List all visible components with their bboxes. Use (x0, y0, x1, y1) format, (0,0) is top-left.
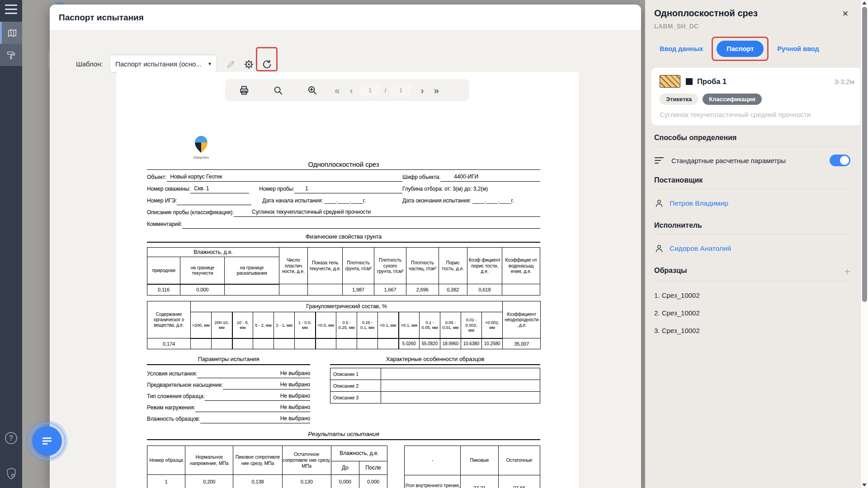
logo-caption: DeepGeo (188, 155, 215, 160)
executor-name-link[interactable]: Сидоров Анатолий (670, 244, 731, 253)
param-label: Влажность образцов: (147, 416, 200, 423)
column-header: Число пластич ности, д.е. (279, 248, 307, 284)
scrollbar-thumb[interactable] (862, 7, 867, 302)
well-label: Номер скважины: (147, 186, 190, 193)
cipher-label: Шифр объекта: (402, 174, 440, 182)
label-badge[interactable]: Этикетка (660, 94, 698, 105)
search-icon (273, 85, 283, 95)
page-input[interactable]: 1 (360, 84, 380, 97)
param-label: Тип сложения образца: (147, 393, 205, 401)
feature-value (381, 392, 540, 404)
pencil-icon (226, 60, 236, 69)
tab-manual-entry[interactable]: Ручной ввод (777, 45, 819, 52)
template-select[interactable]: Паспорт испытания (осно... ▾ (109, 55, 217, 73)
feature-value (381, 380, 540, 392)
methods-section: Способы определения Стандартные расчетны… (654, 134, 850, 166)
ige-value (177, 203, 251, 205)
sample-color-square (686, 78, 693, 85)
column-header: 200-10, мм (212, 312, 232, 338)
print-button[interactable] (239, 85, 250, 96)
chat-fab[interactable] (26, 420, 68, 462)
column-header: - (405, 446, 461, 475)
column-header: 2 - 1, мм (274, 312, 295, 338)
tab-passport[interactable]: Паспорт (717, 41, 764, 57)
cell: 27,21 (461, 475, 499, 488)
sample-list-item[interactable]: 1. Срез_10002 (654, 291, 850, 299)
document-page: « ‹ 1 / 1 › » DeepGeo Одноплоскостной ср… (116, 72, 579, 488)
sample-card[interactable]: Проба 1 3-3,2м Этикетка Классификация Су… (651, 68, 863, 125)
sample-depth: 3-3,2м (834, 78, 854, 85)
privacy-button[interactable] (0, 467, 22, 480)
methods-heading: Способы определения (654, 134, 850, 142)
add-sample-button[interactable]: + (844, 266, 850, 278)
sample-list-item[interactable]: 3. Срез_10002 (654, 327, 850, 334)
setter-name-link[interactable]: Петров Владимир (670, 199, 728, 207)
cell: 55.0820 (420, 338, 440, 349)
search-button[interactable] (273, 85, 283, 96)
cell: 1,987 (343, 284, 374, 296)
results-summary-table: - Пиковые Остаточные Угол внутреннего тр… (404, 446, 540, 488)
cell (316, 338, 336, 349)
document-title: Одноплоскостной срез (147, 160, 540, 168)
comment-value (182, 227, 540, 229)
cell (212, 338, 232, 349)
results-table: Номер образца Нормальное напряжение, МПа… (147, 446, 387, 488)
shield-icon (5, 467, 17, 480)
cell (295, 338, 316, 349)
scroll-down-arrow[interactable] (862, 483, 867, 487)
first-page-button[interactable]: « (335, 85, 340, 95)
scroll-up-arrow[interactable] (862, 1, 867, 5)
prev-page-button[interactable]: ‹ (350, 85, 353, 95)
feature-value (381, 368, 540, 380)
classification-badge[interactable]: Классификация (703, 94, 762, 105)
edit-template-button[interactable] (225, 59, 236, 70)
tab-data-entry[interactable]: Ввод данных (660, 45, 703, 52)
feature-label: Описание 3 (330, 392, 381, 404)
sample-list-item[interactable]: 2. Срез_10002 (654, 309, 850, 317)
chevron-down-icon: ▾ (208, 61, 211, 67)
cell (336, 338, 357, 349)
cell: 2,696 (406, 284, 439, 296)
help-button[interactable]: ? (0, 432, 22, 444)
param-value: Не выбрано (205, 393, 310, 401)
feature-label: Описание 1 (330, 368, 381, 380)
zoom-in-button[interactable] (307, 85, 317, 96)
page-separator: / (385, 87, 387, 94)
cell: 5.0260 (399, 338, 420, 349)
cell: 1,667 (374, 284, 406, 296)
next-page-button[interactable]: › (421, 85, 424, 95)
executor-heading: Исполнитель (654, 221, 850, 230)
cell: 0,000 (331, 475, 359, 488)
features-table: Описание 1 Описание 2 Описание 3 (330, 368, 540, 404)
description-value: Суглинок текучепластичный средней прочно… (234, 209, 540, 217)
close-icon[interactable]: ✕ (842, 9, 849, 19)
cell: 18.9960 (440, 338, 461, 349)
column-header: Содержание органическог о вещества, д.е. (147, 301, 191, 338)
person-icon (654, 198, 664, 208)
scrollbar[interactable] (860, 0, 868, 488)
probe-label: Номер пробы: (259, 186, 294, 193)
cell (357, 338, 378, 349)
date-end-label: Дата окончания испытания: ____.____.____… (402, 197, 514, 205)
column-header: Остаточные (499, 446, 540, 475)
menu-icon[interactable] (5, 5, 17, 14)
cell: 0,000 (359, 475, 387, 488)
standard-params-toggle[interactable] (830, 155, 850, 166)
classification-placeholder: Суглинок текучепластичный средней прочно… (660, 111, 854, 118)
printer-icon (239, 85, 250, 96)
features-section-title: Характерные особенности образцов (330, 356, 540, 362)
granulometric-table: Содержание органическог о вещества, д.е.… (147, 301, 541, 349)
last-page-button[interactable]: » (434, 85, 439, 95)
column-header: Коэффицие нт водонасыщ ения, д.е. (502, 248, 540, 284)
column-header: Коэф фициент порис тости, д.е. (467, 248, 502, 284)
cell: 27,66 (499, 475, 540, 488)
notes-icon (40, 434, 54, 448)
template-settings-button[interactable] (243, 59, 254, 70)
comment-label: Комментарий: (147, 221, 182, 229)
sidebar-item-map[interactable] (0, 22, 22, 44)
sidebar-item-paint[interactable] (0, 44, 22, 66)
left-nav-rail: ? (0, 0, 22, 488)
column-header: природная (147, 257, 180, 284)
refresh-button[interactable] (261, 59, 272, 70)
panel-tabs: Ввод данных Паспорт Ручной ввод (660, 41, 819, 57)
